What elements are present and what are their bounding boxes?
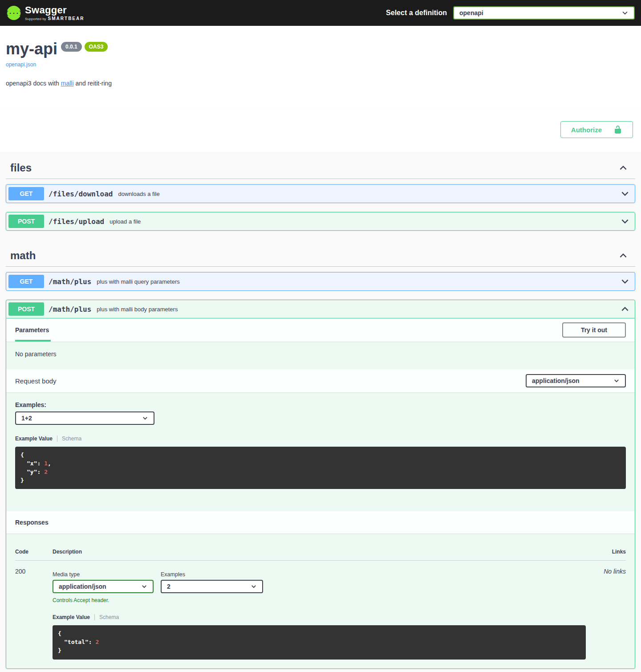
op-path: /files/upload: [49, 217, 104, 226]
code-close-brace: }: [20, 477, 24, 484]
responses-table-header: Code Description Links: [15, 549, 626, 561]
definition-select-value: openapi: [459, 9, 483, 16]
info-section: my-api 0.0.1 OAS3 openapi.json openapi3 …: [0, 26, 641, 107]
swagger-logo-icon: {···}: [6, 5, 21, 20]
method-badge-post: POST: [8, 215, 44, 228]
collapse-operation-button[interactable]: [617, 304, 633, 314]
responses-table: Code Description Links 200 Media type ap…: [6, 534, 635, 668]
code-value: 2: [95, 639, 99, 645]
response-example-code: { "total": 2 }: [53, 625, 586, 660]
code-key: "y":: [20, 468, 41, 475]
opblock-post-math-plus: POST /math/plus plus with malli body par…: [6, 300, 635, 669]
responses-title: Responses: [15, 519, 49, 526]
code-open-brace: {: [58, 630, 61, 637]
response-row-200: 200 Media type application/json: [15, 561, 626, 660]
opblock-summary[interactable]: GET /math/plus plus with malli query par…: [6, 273, 635, 290]
chevron-up-icon: [620, 304, 630, 314]
op-path: /math/plus: [49, 305, 91, 314]
supported-by-label: Supported by: [25, 17, 46, 21]
opblock-summary[interactable]: POST /math/plus plus with malli body par…: [6, 300, 635, 318]
method-badge-get: GET: [8, 275, 44, 288]
examples-label: Examples:: [15, 401, 626, 408]
response-example-select[interactable]: 2: [161, 580, 263, 593]
op-summary-text: plus with malli query parameters: [97, 278, 179, 285]
chevron-down-icon: [613, 378, 620, 384]
code-key: "total":: [58, 639, 92, 645]
opblock-get-math-plus: GET /math/plus plus with malli query par…: [6, 272, 635, 291]
parameters-section-header: Parameters Try it out: [6, 318, 635, 342]
swagger-brand-link[interactable]: {···} Swagger Supported by SMARTBEAR: [6, 5, 84, 21]
request-example-select[interactable]: 1+2: [15, 411, 154, 425]
response-links: No links: [586, 568, 626, 575]
tag-header-files[interactable]: files: [6, 152, 635, 179]
code-column-header: Code: [15, 549, 53, 555]
brand-title: Swagger: [25, 5, 84, 15]
oas3-badge: OAS3: [85, 42, 108, 52]
response-examples-group: Examples 2: [161, 571, 263, 593]
request-example-value: 1+2: [21, 415, 32, 422]
chevron-down-icon: [621, 9, 629, 16]
spec-link[interactable]: openapi.json: [6, 61, 36, 68]
description-suffix: and reitit-ring: [74, 80, 112, 87]
response-code: 200: [15, 568, 53, 575]
op-summary-text: upload a file: [110, 218, 141, 225]
api-description: openapi3 docs with malli and reitit-ring: [6, 80, 635, 87]
responses-section-header: Responses: [6, 511, 635, 534]
tab-example-value[interactable]: Example Value: [15, 436, 57, 442]
response-description-cell: Media type application/json Examples: [53, 568, 586, 660]
code-separator: ,: [48, 460, 51, 467]
request-body-header: Request body application/json: [6, 369, 635, 392]
links-column-header: Links: [586, 549, 626, 555]
op-path: /files/download: [49, 190, 113, 198]
malli-link[interactable]: malli: [61, 80, 74, 87]
chevron-down-icon: [620, 216, 630, 226]
tag-header-math[interactable]: math: [6, 240, 635, 267]
opblock-get-files-download: GET /files/download downloads a file: [6, 184, 635, 203]
request-body-label: Request body: [15, 377, 57, 385]
description-prefix: openapi3 docs with: [6, 80, 61, 87]
opblock-post-files-upload: POST /files/upload upload a file: [6, 212, 635, 231]
tab-parameters[interactable]: Parameters: [15, 318, 51, 342]
smartbear-label: SMARTBEAR: [48, 16, 85, 21]
tag-title-math: math: [10, 249, 36, 262]
media-type-select[interactable]: application/json: [53, 580, 154, 593]
scheme-container: Authorize: [0, 107, 641, 152]
chevron-down-icon: [620, 277, 630, 286]
code-value: 2: [44, 468, 48, 475]
media-type-group: Media type application/json: [53, 571, 154, 593]
request-content-type-value: application/json: [532, 377, 580, 384]
chevron-down-icon: [141, 583, 147, 590]
code-open-brace: {: [20, 452, 24, 458]
definition-select[interactable]: openapi: [453, 6, 635, 20]
collapse-math-button[interactable]: [616, 251, 631, 261]
response-examples-label: Examples: [161, 571, 263, 578]
request-body-content: Examples: 1+2 Example Value Schema { "x"…: [6, 392, 635, 511]
operations-container: files GET /files/download downloads a fi…: [0, 152, 641, 672]
chevron-down-icon: [620, 189, 630, 199]
unlock-icon: [613, 125, 622, 134]
authorize-label: Authorize: [571, 126, 602, 134]
collapse-files-button[interactable]: [616, 163, 631, 173]
topbar: {···} Swagger Supported by SMARTBEAR Sel…: [0, 0, 641, 26]
media-type-label: Media type: [53, 571, 154, 578]
op-summary-text: downloads a file: [118, 191, 160, 197]
request-content-type-select[interactable]: application/json: [526, 374, 626, 387]
expand-operation-button[interactable]: [617, 216, 633, 226]
opblock-summary[interactable]: GET /files/download downloads a file: [6, 185, 635, 203]
tab-example-value[interactable]: Example Value: [53, 614, 95, 620]
try-it-out-button[interactable]: Try it out: [562, 322, 626, 338]
authorize-button[interactable]: Authorize: [560, 121, 633, 138]
code-value: 1: [44, 460, 48, 467]
tag-title-files: files: [10, 162, 32, 174]
page-title: my-api: [6, 41, 57, 57]
controls-accept-note: Controls Accept header.: [53, 597, 586, 603]
tab-schema[interactable]: Schema: [57, 436, 81, 442]
expand-operation-button[interactable]: [617, 189, 633, 199]
tag-section-math: math GET /math/plus plus with malli quer…: [6, 240, 635, 669]
opblock-summary[interactable]: POST /files/upload upload a file: [6, 212, 635, 230]
request-example-code: { "x": 1, "y": 2 }: [15, 447, 626, 489]
expand-operation-button[interactable]: [617, 277, 633, 286]
tab-schema[interactable]: Schema: [95, 614, 119, 620]
code-key: "x":: [20, 460, 41, 467]
svg-text:{···}: {···}: [6, 10, 21, 16]
